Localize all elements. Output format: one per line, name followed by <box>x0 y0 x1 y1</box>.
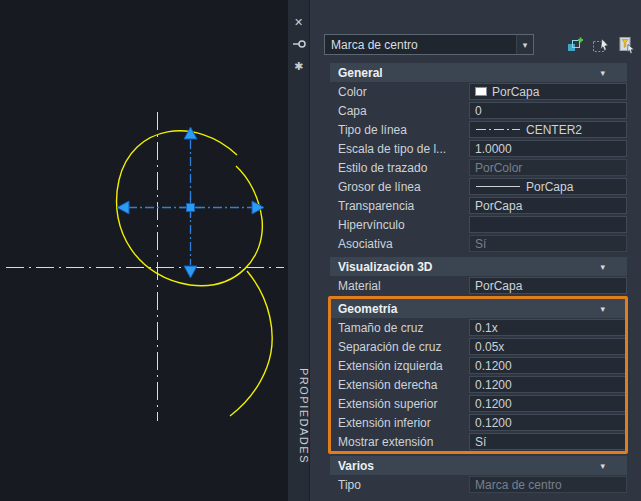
property-label: Extensión izquierda <box>330 356 469 375</box>
property-row-color: ColorPorCapa <box>330 82 627 101</box>
property-sections: General▾ColorPorCapaCapa0Tipo de líneaCE… <box>330 63 627 494</box>
section-geometria: Geometría▾Tamaño de cruz0.1xSeparación d… <box>330 299 627 451</box>
palette-toolbar <box>565 35 637 55</box>
property-value-separacion-de-cruz[interactable]: 0.05x <box>469 338 627 355</box>
section-general: General▾ColorPorCapaCapa0Tipo de líneaCE… <box>330 63 627 253</box>
property-row-material: MaterialPorCapa <box>330 276 627 295</box>
property-value-escala-de-tipo-de-l[interactable]: 1.0000 <box>469 140 627 157</box>
property-label: Material <box>330 276 469 295</box>
property-value-text: PorCapa <box>475 279 522 293</box>
property-row-extension-superior: Extensión superior0.1200 <box>330 394 627 413</box>
property-value-transparencia[interactable]: PorCapa <box>469 197 627 214</box>
property-value-mostrar-extension[interactable]: Sí <box>469 433 627 450</box>
property-value-asociativa: Sí <box>469 235 627 252</box>
property-value-text: 0.1200 <box>475 378 512 392</box>
property-row-extension-inferior: Extensión inferior0.1200 <box>330 413 627 432</box>
property-row-extension-derecha: Extensión derecha0.1200 <box>330 375 627 394</box>
section-title: Varios <box>338 459 374 473</box>
property-row-asociativa: AsociativaSí <box>330 234 627 253</box>
property-value-text: Marca de centro <box>475 478 562 492</box>
property-label: Tipo <box>330 475 469 494</box>
autocad-window: ✕ ✱ PROPIEDADES Marca de centro ▾ <box>0 0 641 501</box>
section-header-varios[interactable]: Varios▾ <box>330 456 627 475</box>
chevron-down-icon[interactable]: ▾ <box>600 262 619 272</box>
drawing-canvas[interactable] <box>0 0 288 501</box>
property-label: Tipo de línea <box>330 120 469 139</box>
property-label: Capa <box>330 101 469 120</box>
close-icon[interactable]: ✕ <box>291 14 307 30</box>
property-value-extension-inferior[interactable]: 0.1200 <box>469 414 627 431</box>
section-header-general[interactable]: General▾ <box>330 63 627 82</box>
property-value-color[interactable]: PorCapa <box>469 83 627 100</box>
section-title: Visualización 3D <box>338 260 432 274</box>
property-value-text: 0.1200 <box>475 416 512 430</box>
chevron-down-icon[interactable]: ▾ <box>600 68 619 78</box>
object-type-dropdown[interactable]: Marca de centro ▾ <box>324 34 534 55</box>
toggle-pickadd-icon <box>566 36 584 54</box>
property-label: Extensión inferior <box>330 413 469 432</box>
section-title: General <box>338 66 383 80</box>
property-value-material[interactable]: PorCapa <box>469 277 627 294</box>
color-swatch <box>475 87 487 96</box>
property-value-text: 0 <box>475 104 482 118</box>
property-value-tipo-de-linea[interactable]: CENTER2 <box>469 121 627 138</box>
property-row-tipo: TipoMarca de centro <box>330 475 627 494</box>
property-label: Asociativa <box>330 234 469 253</box>
grip-center[interactable] <box>187 204 195 212</box>
section-header-visualizacion-3d[interactable]: Visualización 3D▾ <box>330 257 627 276</box>
property-label: Estilo de trazado <box>330 158 469 177</box>
section-header-geometria[interactable]: Geometría▾ <box>330 299 627 318</box>
select-objects-button[interactable] <box>591 35 611 55</box>
property-value-text: Sí <box>475 237 486 251</box>
property-value-text: 1.0000 <box>475 142 512 156</box>
quick-select-button[interactable] <box>617 35 637 55</box>
property-value-tamano-de-cruz[interactable]: 0.1x <box>469 319 627 336</box>
canvas-background <box>0 0 288 501</box>
dropdown-chevron-icon[interactable]: ▾ <box>516 35 533 54</box>
property-value-capa[interactable]: 0 <box>469 102 627 119</box>
properties-palette: ✕ ✱ PROPIEDADES Marca de centro ▾ <box>288 0 641 501</box>
property-value-hipervinculo[interactable] <box>469 216 627 233</box>
property-row-hipervinculo: Hipervínculo <box>330 215 627 234</box>
chevron-down-icon[interactable]: ▾ <box>600 304 619 314</box>
property-value-grosor-de-linea[interactable]: PorCapa <box>469 178 627 195</box>
property-value-text: 0.1200 <box>475 397 512 411</box>
property-value-text: 0.1x <box>475 321 498 335</box>
auto-hide-pin-icon[interactable] <box>291 36 307 52</box>
property-value-tipo: Marca de centro <box>469 476 627 493</box>
palette-content: Marca de centro ▾ <box>310 0 641 501</box>
palette-title-bar: ✕ ✱ PROPIEDADES <box>288 0 310 501</box>
property-value-estilo-de-trazado: PorColor <box>469 159 627 176</box>
property-row-separacion-de-cruz: Separación de cruz0.05x <box>330 337 627 356</box>
chevron-down-icon[interactable]: ▾ <box>600 461 619 471</box>
property-label: Transparencia <box>330 196 469 215</box>
property-row-transparencia: TransparenciaPorCapa <box>330 196 627 215</box>
select-objects-icon <box>592 36 610 54</box>
property-label: Tamaño de cruz <box>330 318 469 337</box>
property-label: Grosor de línea <box>330 177 469 196</box>
property-row-tipo-de-linea: Tipo de líneaCENTER2 <box>330 120 627 139</box>
property-value-text: Sí <box>475 435 486 449</box>
property-label: Separación de cruz <box>330 337 469 356</box>
property-value-extension-izquierda[interactable]: 0.1200 <box>469 357 627 374</box>
property-value-text: CENTER2 <box>526 123 582 137</box>
property-row-capa: Capa0 <box>330 101 627 120</box>
property-label: Extensión derecha <box>330 375 469 394</box>
property-value-text: PorCapa <box>492 85 539 99</box>
palette-topbar: Marca de centro ▾ <box>324 34 637 55</box>
property-value-text: 0.1200 <box>475 359 512 373</box>
section-varios: Varios▾TipoMarca de centro <box>330 456 627 494</box>
palette-menu-icon[interactable]: ✱ <box>291 58 307 74</box>
property-row-estilo-de-trazado: Estilo de trazadoPorColor <box>330 158 627 177</box>
section-visualizacion-3d: Visualización 3D▾MaterialPorCapa <box>330 257 627 295</box>
lineweight-preview <box>475 183 521 190</box>
property-value-extension-derecha[interactable]: 0.1200 <box>469 376 627 393</box>
property-label: Escala de tipo de l... <box>330 139 469 158</box>
pin-icon <box>292 39 306 49</box>
toggle-pickadd-button[interactable] <box>565 35 585 55</box>
property-value-text: PorColor <box>475 161 522 175</box>
quick-select-icon <box>618 36 636 54</box>
property-row-tamano-de-cruz: Tamaño de cruz0.1x <box>330 318 627 337</box>
property-value-extension-superior[interactable]: 0.1200 <box>469 395 627 412</box>
property-label: Hipervínculo <box>330 215 469 234</box>
